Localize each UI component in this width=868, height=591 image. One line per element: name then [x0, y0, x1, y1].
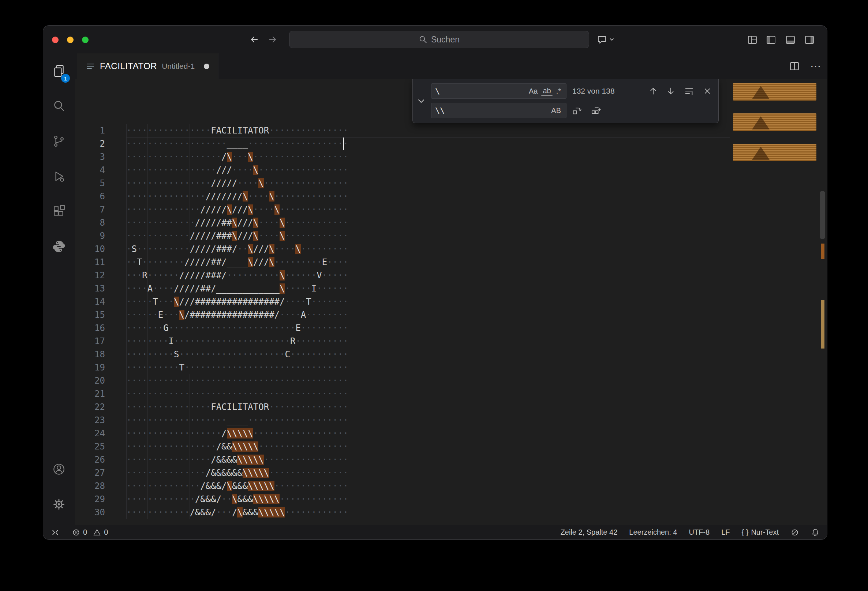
notifications-button[interactable] [811, 528, 820, 537]
line-number[interactable]: 20 [75, 374, 105, 387]
regex-option[interactable]: .* [555, 86, 562, 96]
line-number[interactable]: 13 [75, 282, 105, 295]
code-line[interactable]: ·········S····················C·········… [126, 348, 348, 361]
line-number[interactable]: 29 [75, 492, 105, 506]
code-line[interactable]: ····A····/////##/____________\·····I····… [126, 282, 348, 295]
accounts-button[interactable] [43, 452, 75, 487]
line-number[interactable]: 1 [75, 124, 105, 137]
whole-word-option[interactable]: ab [541, 86, 552, 96]
line-number[interactable]: 18 [75, 348, 105, 361]
tab-untitled-1[interactable]: FACILITATOR Untitled-1 [77, 53, 218, 79]
line-number[interactable]: 30 [75, 506, 105, 519]
line-number[interactable]: 19 [75, 361, 105, 374]
problems-indicator[interactable]: 0 0 [72, 528, 108, 537]
line-number[interactable]: 28 [75, 479, 105, 492]
line-number[interactable]: 2 [75, 137, 105, 150]
replace-input[interactable]: \\ AB [431, 103, 567, 118]
line-number[interactable]: 11 [75, 256, 105, 269]
line-number[interactable]: 10 [75, 242, 105, 256]
line-number[interactable]: 5 [75, 177, 105, 190]
line-number[interactable]: 16 [75, 321, 105, 335]
more-actions-button[interactable]: ⋯ [810, 61, 821, 72]
command-center-search[interactable]: Suchen [289, 31, 589, 48]
modified-indicator[interactable] [204, 63, 209, 69]
code-line[interactable]: ··T········/////##/____\///\·········E··… [126, 256, 348, 269]
code-line[interactable]: ·················/&&\\\\\···············… [126, 440, 348, 453]
line-number[interactable]: 15 [75, 308, 105, 321]
line-number[interactable]: 24 [75, 427, 105, 440]
replace-all-button[interactable] [590, 104, 602, 116]
minimap[interactable] [732, 79, 819, 525]
maximize-window-button[interactable] [82, 37, 89, 43]
editor-gutter[interactable]: 1234567891011121314151617181920212223242… [75, 124, 105, 519]
code-line[interactable]: ·S··········/////###/··\///\····\·······… [126, 242, 348, 256]
code-editor[interactable]: 1234567891011121314151617181920212223242… [75, 79, 827, 525]
cursor-position-status[interactable]: Zeile 2, Spalte 42 [561, 528, 618, 536]
line-number[interactable]: 22 [75, 401, 105, 414]
next-match-button[interactable] [664, 85, 677, 97]
toggle-primary-sidebar-button[interactable] [766, 34, 776, 45]
line-number[interactable]: 8 [75, 216, 105, 229]
sidebar-item-run-debug[interactable] [43, 159, 75, 194]
code-line[interactable]: ···················____·················… [126, 414, 348, 427]
code-line[interactable]: ··················/\\\\\················… [126, 427, 348, 440]
line-number[interactable]: 25 [75, 440, 105, 453]
line-number[interactable]: 9 [75, 229, 105, 242]
code-line[interactable]: ··············/////\///\····\···········… [126, 203, 348, 216]
code-line[interactable]: ··········T·····························… [126, 361, 348, 374]
copilot-chat-button[interactable] [596, 34, 615, 45]
code-line[interactable]: ·······G························E·······… [126, 321, 348, 335]
previous-match-button[interactable] [647, 85, 660, 97]
code-line[interactable]: ········································… [126, 387, 348, 401]
code-line[interactable]: ·················///····\···············… [126, 164, 348, 177]
settings-button[interactable] [43, 487, 75, 522]
line-number[interactable]: 17 [75, 335, 105, 348]
line-number[interactable]: 12 [75, 269, 105, 282]
close-find-widget-button[interactable] [701, 85, 714, 97]
toggle-panel-button[interactable] [785, 34, 796, 45]
overview-ruler[interactable] [819, 79, 827, 525]
find-input[interactable]: \ Aa ab .* [431, 83, 567, 99]
code-line[interactable]: ················FACILITATOR·············… [126, 401, 348, 414]
line-number[interactable]: 6 [75, 190, 105, 203]
line-number[interactable]: 7 [75, 203, 105, 216]
line-number[interactable]: 26 [75, 453, 105, 466]
code-line[interactable]: ··············/&&&/\&&&\\\\\············… [126, 479, 348, 492]
code-line[interactable]: ········I······················R········… [126, 335, 348, 348]
code-line[interactable]: ···············/&&&&&&\\\\\·············… [126, 466, 348, 479]
scrollbar-slider[interactable] [820, 191, 825, 239]
customize-layout-button[interactable] [747, 34, 758, 45]
code-line[interactable]: ············/////###\///\····\··········… [126, 229, 348, 242]
code-line[interactable]: ·············/////##\///\····\··········… [126, 216, 348, 229]
toggle-secondary-sidebar-button[interactable] [804, 34, 815, 45]
match-case-option[interactable]: Aa [527, 86, 539, 96]
forward-button[interactable] [267, 34, 278, 45]
sidebar-item-python[interactable] [43, 229, 75, 264]
code-line[interactable]: ···············///////\····\············… [126, 190, 348, 203]
eol-status[interactable]: LF [721, 528, 730, 536]
replace-button[interactable] [570, 104, 583, 116]
code-line[interactable]: ···················____·················… [126, 137, 348, 150]
line-number[interactable]: 3 [75, 150, 105, 164]
code-line[interactable]: ·············/&&&/··\&&&\\\\\···········… [126, 492, 348, 506]
line-number[interactable]: 27 [75, 466, 105, 479]
sidebar-item-search[interactable] [43, 88, 75, 124]
back-button[interactable] [249, 34, 260, 45]
line-number[interactable]: 4 [75, 164, 105, 177]
split-editor-icon[interactable] [789, 61, 800, 72]
close-window-button[interactable] [52, 37, 59, 43]
code-line[interactable]: ··················/\···\················… [126, 150, 348, 164]
code-line[interactable]: ············/&&&/···/\&&&\\\\\··········… [126, 506, 348, 519]
code-line[interactable]: ···R······/////###/··········\······V···… [126, 269, 348, 282]
minimize-window-button[interactable] [67, 37, 74, 43]
code-line[interactable]: ················/&&&&\\\\\··············… [126, 453, 348, 466]
sidebar-item-source-control[interactable] [43, 124, 75, 159]
encoding-status[interactable]: UTF-8 [689, 528, 710, 536]
copilot-status[interactable] [790, 528, 799, 537]
line-number[interactable]: 21 [75, 387, 105, 401]
code-line[interactable]: ······E···\/################/····A······… [126, 308, 348, 321]
indentation-status[interactable]: Leerzeichen: 4 [629, 528, 677, 536]
language-mode-status[interactable]: { } Nur-Text [742, 528, 779, 536]
sidebar-item-extensions[interactable] [43, 194, 75, 229]
find-in-selection-button[interactable] [683, 85, 695, 97]
